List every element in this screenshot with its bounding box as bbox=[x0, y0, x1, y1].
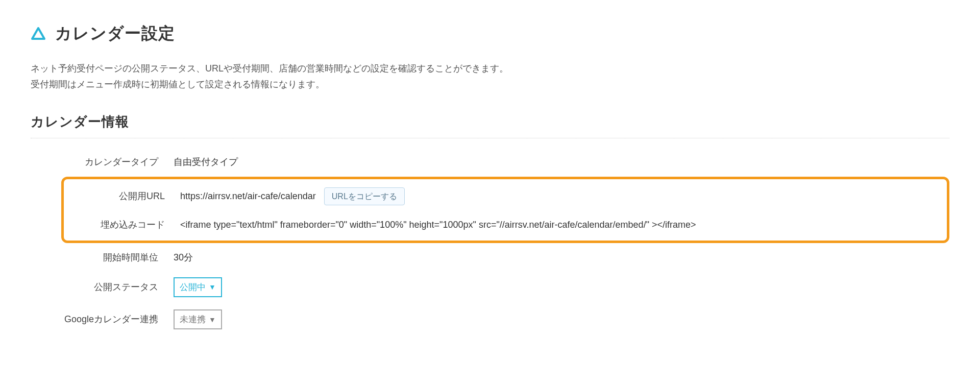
triangle-icon bbox=[31, 26, 46, 41]
start-time-unit-value: 30分 bbox=[174, 250, 949, 265]
public-url-value-container: https://airrsv.net/air-cafe/calendar URL… bbox=[180, 187, 943, 206]
section-title: カレンダー情報 bbox=[31, 111, 949, 138]
public-status-label: 公開ステータス bbox=[61, 280, 174, 295]
google-calendar-value-container: 未連携 ▼ bbox=[174, 309, 949, 329]
highlighted-section: 公開用URL https://airrsv.net/air-cafe/calen… bbox=[61, 177, 949, 243]
start-time-unit-label: 開始時間単位 bbox=[61, 250, 174, 265]
start-time-unit-row: 開始時間単位 30分 bbox=[61, 244, 949, 271]
calendar-info-table: カレンダータイプ 自由受付タイプ 公開用URL https://airrsv.n… bbox=[31, 149, 949, 336]
google-calendar-value: 未連携 bbox=[180, 313, 206, 326]
page-header: カレンダー設定 bbox=[31, 20, 949, 46]
public-status-value: 公開中 bbox=[180, 280, 206, 294]
public-status-row: 公開ステータス 公開中 ▼ bbox=[61, 271, 949, 303]
copy-url-button[interactable]: URLをコピーする bbox=[324, 187, 405, 206]
calendar-type-label: カレンダータイプ bbox=[61, 155, 174, 170]
embed-code-label: 埋め込みコード bbox=[68, 218, 180, 232]
public-url-label: 公開用URL bbox=[68, 189, 180, 204]
description-line-2: 受付期間はメニュー作成時に初期値として設定される情報になります。 bbox=[31, 79, 325, 89]
embed-code-value: <iframe type="text/html" frameborder="0"… bbox=[180, 218, 943, 232]
google-calendar-row: Googleカレンダー連携 未連携 ▼ bbox=[61, 303, 949, 336]
page-description: ネット予約受付ページの公開ステータス、URLや受付期間、店舗の営業時間などの設定… bbox=[31, 61, 949, 92]
page-title: カレンダー設定 bbox=[55, 20, 175, 46]
description-line-1: ネット予約受付ページの公開ステータス、URLや受付期間、店舗の営業時間などの設定… bbox=[31, 63, 508, 74]
public-status-value-container: 公開中 ▼ bbox=[174, 277, 949, 297]
chevron-down-icon: ▼ bbox=[209, 314, 216, 325]
calendar-type-value: 自由受付タイプ bbox=[174, 155, 949, 170]
embed-code-row: 埋め込みコード <iframe type="text/html" framebo… bbox=[68, 211, 943, 238]
google-calendar-dropdown[interactable]: 未連携 ▼ bbox=[174, 309, 222, 329]
chevron-down-icon: ▼ bbox=[209, 281, 216, 293]
public-status-dropdown[interactable]: 公開中 ▼ bbox=[174, 277, 222, 297]
public-url-row: 公開用URL https://airrsv.net/air-cafe/calen… bbox=[68, 181, 943, 212]
google-calendar-label: Googleカレンダー連携 bbox=[61, 312, 174, 327]
public-url-value: https://airrsv.net/air-cafe/calendar bbox=[180, 189, 316, 204]
calendar-type-row: カレンダータイプ 自由受付タイプ bbox=[61, 149, 949, 176]
